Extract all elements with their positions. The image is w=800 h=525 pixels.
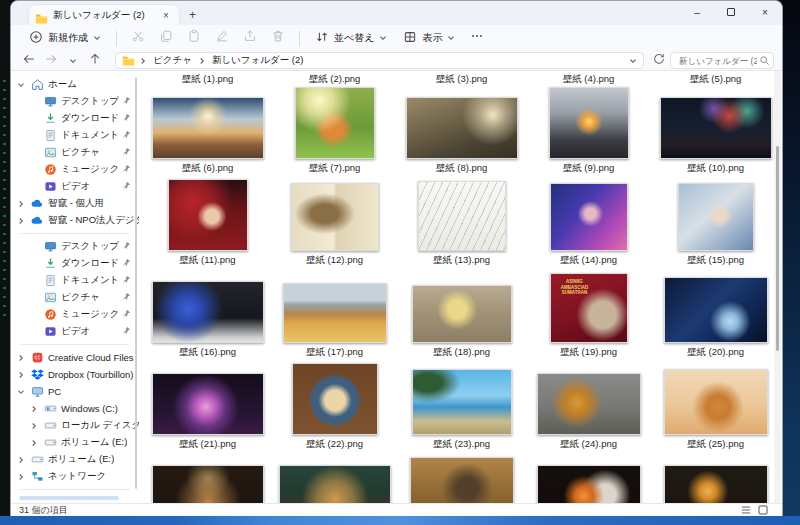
share-button[interactable] [236, 27, 264, 49]
chevron-right-icon[interactable] [28, 405, 39, 413]
file-tile[interactable]: 壁紙 (25).png [652, 363, 777, 451]
file-tile[interactable]: 壁紙 (14).png [525, 179, 652, 267]
file-tile[interactable] [144, 455, 271, 503]
sidebar-item-documents[interactable]: ドキュメント [11, 272, 139, 289]
maximize-button[interactable] [714, 1, 748, 23]
file-tile[interactable]: 壁紙 (22).png [271, 363, 398, 451]
chevron-right-icon[interactable] [15, 473, 26, 481]
sidebar-item-downloads[interactable]: ダウンロード [11, 255, 139, 272]
thumbnail-view-icon[interactable] [757, 505, 768, 516]
minimize-button[interactable]: – [680, 1, 714, 23]
sidebar-item-onedrive-npo[interactable]: 智竄 - NPO法人デジタルリテラシ- [11, 212, 139, 229]
tab-close-icon[interactable]: × [159, 10, 173, 21]
chevron-right-icon[interactable] [15, 456, 26, 464]
new-tab-button[interactable]: + [189, 8, 196, 22]
file-tile[interactable]: 壁紙 (12).png [271, 179, 398, 267]
chevron-down-icon[interactable] [15, 81, 26, 89]
copy-button[interactable] [152, 27, 180, 49]
file-tile[interactable]: 壁紙 (1).png [144, 71, 271, 86]
breadcrumb-current-folder[interactable]: 新しいフォルダー (2) [210, 54, 306, 67]
sidebar-item-drive-e2[interactable]: ボリューム (E:) [11, 451, 139, 468]
sidebar-item-creative-cloud[interactable]: Creative Cloud Files [11, 349, 139, 366]
sidebar-item-desktop-home[interactable]: デスクトップ [11, 93, 139, 110]
sidebar-item-drive-e[interactable]: ボリューム (E:) [11, 434, 139, 451]
sidebar-scrollbar[interactable] [135, 77, 137, 489]
details-view-icon[interactable] [740, 505, 751, 516]
recent-locations-button[interactable] [63, 52, 83, 70]
close-button[interactable]: × [748, 1, 782, 23]
chevron-right-icon[interactable] [15, 200, 26, 208]
cut-button[interactable] [124, 27, 152, 49]
file-tile[interactable]: 壁紙 (15).png [652, 179, 777, 267]
file-tile[interactable]: 壁紙 (5).png [652, 71, 777, 86]
chevron-right-icon[interactable] [15, 354, 26, 362]
file-tile[interactable]: 壁紙 (4).png [525, 71, 652, 86]
sidebar-item-home[interactable]: ホーム [11, 76, 139, 93]
chevron-right-icon[interactable] [28, 439, 39, 447]
content-scrollbar-thumb[interactable] [776, 146, 779, 351]
file-tile[interactable]: 壁紙 (11).png [144, 179, 271, 267]
delete-button[interactable] [264, 27, 292, 49]
taskbar[interactable] [0, 516, 800, 525]
tab-new-folder[interactable]: 新しいフォルダー (2) × [29, 5, 179, 25]
file-tile[interactable]: 壁紙 (18).png [398, 271, 525, 359]
file-tile[interactable]: 壁紙 (20).png [652, 271, 777, 359]
file-tile[interactable]: 壁紙 (13).png [398, 179, 525, 267]
sidebar-item-drive-c[interactable]: Windows (C:) [11, 400, 139, 417]
paste-button[interactable] [180, 27, 208, 49]
sidebar-item-drive-d[interactable]: ローカル ディスク (D:) [11, 417, 139, 434]
file-tile[interactable]: 壁紙 (6).png [144, 87, 271, 175]
sidebar-item-downloads-home[interactable]: ダウンロード [11, 110, 139, 127]
sidebar-item-videos[interactable]: ビデオ [11, 323, 139, 340]
sidebar-item-pc[interactable]: PC [11, 383, 139, 400]
sidebar-item-videos-home[interactable]: ビデオ [11, 178, 139, 195]
file-tile[interactable]: 壁紙 (3).png [398, 71, 525, 86]
search-box[interactable] [670, 52, 774, 69]
desktop-edge-left [0, 0, 10, 516]
file-tile[interactable]: 壁紙 (23).png [398, 363, 525, 451]
file-tile[interactable]: 壁紙 (2).png [271, 71, 398, 86]
rename-button[interactable] [208, 27, 236, 49]
file-tile[interactable]: ASINIIG AMBASCIAD SUMATRAN壁紙 (19).png [525, 271, 652, 359]
file-tile[interactable] [398, 455, 525, 503]
view-button[interactable]: 表示 [395, 27, 463, 49]
chevron-right-icon[interactable] [15, 217, 26, 225]
refresh-button[interactable] [650, 52, 668, 70]
more-button[interactable] [463, 27, 491, 49]
file-tile[interactable]: 壁紙 (24).png [525, 363, 652, 451]
sort-button[interactable]: 並べ替え [307, 27, 395, 49]
file-tile[interactable] [652, 455, 777, 503]
sidebar-item-documents-home[interactable]: ドキュメント [11, 127, 139, 144]
sidebar-item-music-home[interactable]: ミュージック [11, 161, 139, 178]
file-tile[interactable]: 壁紙 (8).png [398, 87, 525, 175]
content-scrollbar-track[interactable] [774, 71, 781, 503]
file-tile[interactable] [525, 455, 652, 503]
sidebar-item-pictures-home[interactable]: ピクチャ [11, 144, 139, 161]
sidebar-item-dropbox[interactable]: Dropbox (Tourbillon) [11, 366, 139, 383]
back-button[interactable] [19, 52, 39, 70]
chevron-down-icon[interactable] [15, 388, 26, 396]
file-tile[interactable]: 壁紙 (17).png [271, 271, 398, 359]
search-input[interactable] [677, 55, 759, 67]
chevron-right-icon[interactable] [15, 371, 26, 379]
chevron-right-icon[interactable] [28, 422, 39, 430]
sidebar-item-music[interactable]: ミュージック [11, 306, 139, 323]
sidebar-item-onedrive-personal[interactable]: 智竄 - 個人用 [11, 195, 139, 212]
file-tile[interactable]: 壁紙 (10).png [652, 87, 777, 175]
sidebar-item-network[interactable]: ネットワーク [11, 468, 139, 485]
breadcrumb-pictures[interactable]: ピクチャ [151, 54, 194, 67]
file-tile[interactable]: 壁紙 (7).png [271, 87, 398, 175]
sidebar-item-pictures[interactable]: ピクチャ [11, 289, 139, 306]
up-button[interactable] [85, 52, 105, 70]
file-tile[interactable]: 壁紙 (21).png [144, 363, 271, 451]
sort-button-label: 並べ替え [334, 31, 374, 45]
breadcrumb[interactable]: ピクチャ 新しいフォルダー (2) [115, 52, 644, 69]
file-tile[interactable] [271, 455, 398, 503]
new-button[interactable]: 新規作成 [21, 27, 109, 49]
sidebar-horizontal-scrollbar[interactable] [19, 496, 119, 500]
sidebar-item-desktop[interactable]: デスクトップ [11, 238, 139, 255]
forward-button[interactable] [41, 52, 61, 70]
file-tile[interactable]: 壁紙 (9).png [525, 87, 652, 175]
file-tile[interactable]: 壁紙 (16).png [144, 271, 271, 359]
address-dropdown-icon[interactable] [629, 57, 637, 65]
